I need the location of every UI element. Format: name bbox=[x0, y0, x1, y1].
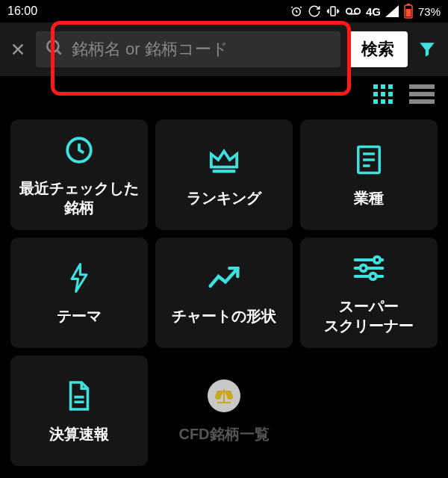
svg-rect-18 bbox=[409, 92, 435, 96]
card-chart-shape[interactable]: チャートの形状 bbox=[155, 238, 293, 348]
network-label: 4G bbox=[366, 5, 381, 18]
svg-rect-9 bbox=[381, 84, 385, 89]
battery-icon bbox=[403, 4, 414, 19]
svg-rect-16 bbox=[388, 99, 393, 104]
filter-button[interactable] bbox=[415, 37, 439, 61]
svg-point-2 bbox=[346, 8, 352, 13]
svg-rect-14 bbox=[373, 99, 378, 104]
card-label: 業種 bbox=[354, 188, 384, 208]
svg-point-22 bbox=[374, 257, 380, 263]
close-button[interactable] bbox=[7, 39, 28, 60]
sliders-icon bbox=[351, 250, 387, 286]
battery-percent: 73% bbox=[418, 5, 441, 18]
svg-rect-5 bbox=[407, 4, 410, 5]
search-input[interactable] bbox=[72, 40, 332, 59]
card-label: テーマ bbox=[57, 306, 102, 326]
svg-point-3 bbox=[355, 8, 360, 13]
search-button[interactable]: 検索 bbox=[348, 31, 408, 67]
card-label: ランキング bbox=[187, 188, 261, 208]
voicemail-icon bbox=[345, 5, 361, 17]
svg-rect-6 bbox=[405, 9, 411, 17]
vibrate-icon bbox=[326, 4, 340, 18]
grid-view-button[interactable] bbox=[372, 84, 397, 105]
card-super-screener[interactable]: スーパー スクリーナー bbox=[300, 238, 438, 348]
svg-rect-19 bbox=[409, 99, 435, 104]
search-box[interactable] bbox=[36, 31, 340, 67]
card-recent[interactable]: 最近チェックした 銘柄 bbox=[10, 120, 148, 230]
svg-point-24 bbox=[370, 273, 376, 279]
crown-icon bbox=[206, 142, 242, 178]
svg-rect-1 bbox=[331, 7, 335, 16]
list-icon bbox=[351, 142, 387, 178]
svg-rect-17 bbox=[409, 84, 435, 89]
svg-rect-8 bbox=[373, 84, 378, 89]
search-row: 検索 bbox=[0, 22, 448, 76]
card-label: CFD銘柄一覧 bbox=[178, 424, 269, 444]
card-theme[interactable]: テーマ bbox=[10, 238, 148, 348]
svg-rect-15 bbox=[381, 99, 385, 104]
card-label: 決算速報 bbox=[49, 424, 109, 444]
svg-point-23 bbox=[360, 265, 366, 271]
svg-rect-12 bbox=[381, 92, 385, 96]
search-icon bbox=[45, 38, 64, 60]
list-view-button[interactable] bbox=[409, 84, 435, 105]
card-label: 最近チェックした 銘柄 bbox=[19, 179, 139, 217]
status-bar: 16:00 4G 73% bbox=[0, 0, 448, 22]
svg-rect-10 bbox=[388, 84, 393, 89]
status-time: 16:00 bbox=[7, 4, 37, 18]
card-label: スーパー スクリーナー bbox=[324, 297, 414, 335]
alarm-icon bbox=[290, 4, 303, 18]
document-icon bbox=[61, 378, 97, 414]
card-ranking[interactable]: ランキング bbox=[155, 120, 293, 230]
card-cfd[interactable]: CFD銘柄一覧 bbox=[155, 356, 293, 466]
svg-rect-11 bbox=[373, 92, 378, 96]
signal-icon bbox=[385, 5, 399, 17]
card-earnings[interactable]: 決算速報 bbox=[10, 356, 148, 466]
scale-icon bbox=[206, 378, 242, 414]
clock-icon bbox=[61, 132, 97, 168]
trend-icon bbox=[206, 260, 242, 296]
card-industry[interactable]: 業種 bbox=[300, 120, 438, 230]
refresh-icon bbox=[308, 4, 321, 18]
svg-point-7 bbox=[47, 40, 58, 52]
card-label: チャートの形状 bbox=[172, 306, 276, 326]
svg-rect-13 bbox=[388, 92, 393, 96]
view-toggle bbox=[0, 76, 448, 112]
category-grid: 最近チェックした 銘柄 ランキング 業種 テーマ チャートの形状 スーパー スク… bbox=[0, 112, 448, 474]
bolt-icon bbox=[61, 260, 97, 296]
